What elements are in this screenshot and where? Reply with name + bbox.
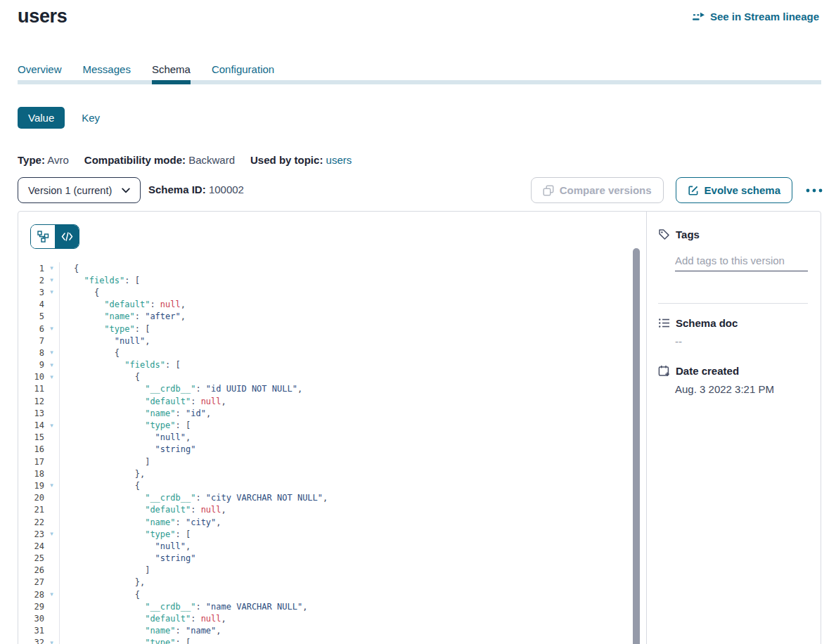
- fold-toggle-icon[interactable]: ▾: [44, 640, 59, 644]
- schema-id-label: Schema ID:: [148, 183, 206, 195]
- schema-doc-value: --: [675, 335, 682, 347]
- code-line: 24 "null",: [18, 540, 645, 552]
- compatibility-label: Compatibility mode:: [84, 154, 186, 166]
- compatibility-field: Compatibility mode: Backward: [84, 154, 235, 166]
- tags-section-header: Tags: [658, 228, 700, 240]
- code-text: ]: [60, 457, 150, 467]
- code-editor: 1▾{2▾ "fields": [3▾ {4 "default": null,5…: [18, 262, 645, 644]
- stream-lineage-label: See in Stream lineage: [710, 11, 819, 22]
- code-text: },: [60, 469, 145, 479]
- code-text: "name": "name",: [60, 626, 221, 636]
- type-value: Avro: [47, 154, 69, 166]
- stream-lineage-link[interactable]: See in Stream lineage: [693, 11, 819, 22]
- line-number: 12: [18, 397, 44, 406]
- code-line: 9▾ "fields": [: [18, 359, 645, 371]
- fold-toggle-icon[interactable]: ▾: [44, 265, 59, 271]
- code-text: {: [60, 481, 140, 491]
- tab-messages[interactable]: Messages: [83, 63, 131, 77]
- line-number: 20: [18, 493, 44, 503]
- line-number: 21: [18, 505, 44, 515]
- code-line: 29 "__crdb__": "name VARCHAR NULL",: [18, 600, 645, 612]
- line-number: 24: [18, 541, 44, 551]
- schema-doc-title: Schema doc: [676, 317, 738, 329]
- version-select[interactable]: Version 1 (current): [18, 177, 141, 203]
- fold-toggle-icon[interactable]: ▾: [44, 591, 59, 598]
- code-text: ]: [60, 565, 150, 575]
- code-view-icon: [61, 231, 73, 242]
- version-bar: Version 1 (current) Schema ID: 100002 Co…: [18, 177, 824, 203]
- code-line: 25 "string": [18, 553, 645, 565]
- fold-toggle-icon[interactable]: ▾: [44, 277, 59, 283]
- line-number: 1: [18, 264, 44, 273]
- fold-toggle-icon[interactable]: ▾: [44, 289, 59, 295]
- value-toggle-button[interactable]: Value: [18, 107, 65, 129]
- code-line: 3▾ {: [18, 286, 645, 298]
- code-line: 20 "__crdb__": "city VARCHAR NOT NULL",: [18, 492, 645, 504]
- tab-overview[interactable]: Overview: [18, 63, 62, 77]
- line-number: 28: [18, 590, 44, 600]
- tabs: OverviewMessagesSchemaConfiguration: [18, 63, 821, 77]
- code-text: {: [60, 590, 140, 600]
- list-icon: [658, 317, 670, 329]
- editor-scrollbar-thumb[interactable]: [633, 248, 640, 644]
- version-select-value: Version 1 (current): [28, 185, 112, 196]
- evolve-schema-button[interactable]: Evolve schema: [676, 177, 792, 203]
- line-number: 7: [18, 336, 44, 346]
- fold-toggle-icon[interactable]: ▾: [44, 374, 59, 380]
- key-toggle-link[interactable]: Key: [82, 112, 100, 124]
- line-number: 10: [18, 372, 44, 382]
- fold-toggle-icon[interactable]: ▾: [44, 423, 59, 429]
- fold-toggle-icon[interactable]: ▾: [44, 349, 59, 356]
- compare-versions-button[interactable]: Compare versions: [531, 177, 664, 203]
- code-text: "string": [60, 553, 195, 563]
- tab-underline-track: [18, 80, 821, 84]
- code-text: "__crdb__": "id UUID NOT NULL",: [60, 384, 302, 394]
- line-number: 17: [18, 457, 44, 467]
- stream-lineage-icon: [693, 12, 705, 22]
- line-number: 8: [18, 348, 44, 358]
- line-number: 11: [18, 384, 44, 394]
- code-text: {: [60, 348, 120, 358]
- version-actions: Compare versions Evolve schema: [531, 177, 824, 203]
- code-line: 28▾ {: [18, 588, 645, 600]
- line-number: 5: [18, 311, 44, 321]
- view-mode-toggle: [30, 224, 79, 249]
- code-line: 4 "default": null,: [18, 299, 645, 311]
- line-number: 29: [18, 602, 44, 612]
- code-line: 6▾ "type": [: [18, 323, 645, 335]
- code-line: 12 "default": null,: [18, 395, 645, 407]
- line-number: 32: [18, 638, 44, 644]
- line-number: 26: [18, 565, 44, 575]
- code-line: 14▾ "type": [: [18, 419, 645, 431]
- line-number: 19: [18, 481, 44, 491]
- code-line: 31 "name": "name",: [18, 625, 645, 637]
- sidebar-divider: [658, 303, 808, 304]
- code-line: 22 "name": "city",: [18, 516, 645, 528]
- line-number: 3: [18, 288, 44, 297]
- code-view-button[interactable]: [55, 225, 79, 248]
- fold-toggle-icon[interactable]: ▾: [44, 362, 59, 368]
- compatibility-value: Backward: [188, 154, 235, 166]
- line-number: 9: [18, 360, 44, 370]
- tab-schema[interactable]: Schema: [152, 63, 191, 77]
- tree-view-button[interactable]: [31, 225, 55, 248]
- fold-toggle-icon[interactable]: ▾: [44, 531, 59, 537]
- date-created-section-header: Date created: [658, 365, 739, 377]
- code-text: "type": [: [60, 638, 191, 644]
- fold-toggle-icon[interactable]: ▾: [44, 482, 59, 489]
- topic-link[interactable]: users: [326, 154, 352, 166]
- line-number: 14: [18, 420, 44, 430]
- page-title: users: [18, 6, 67, 27]
- code-text: "default": null,: [60, 397, 226, 406]
- code-text: },: [60, 577, 145, 587]
- tab-configuration[interactable]: Configuration: [212, 63, 274, 77]
- line-number: 15: [18, 432, 44, 442]
- fold-toggle-icon[interactable]: ▾: [44, 326, 59, 332]
- tags-title: Tags: [676, 228, 700, 240]
- evolve-schema-label: Evolve schema: [705, 184, 780, 196]
- code-line: 13 "name": "id",: [18, 407, 645, 419]
- add-tags-input[interactable]: [675, 250, 808, 271]
- schema-code-pane: 1▾{2▾ "fields": [3▾ {4 "default": null,5…: [18, 212, 646, 644]
- line-number: 2: [18, 276, 44, 285]
- more-options-button[interactable]: [804, 187, 824, 194]
